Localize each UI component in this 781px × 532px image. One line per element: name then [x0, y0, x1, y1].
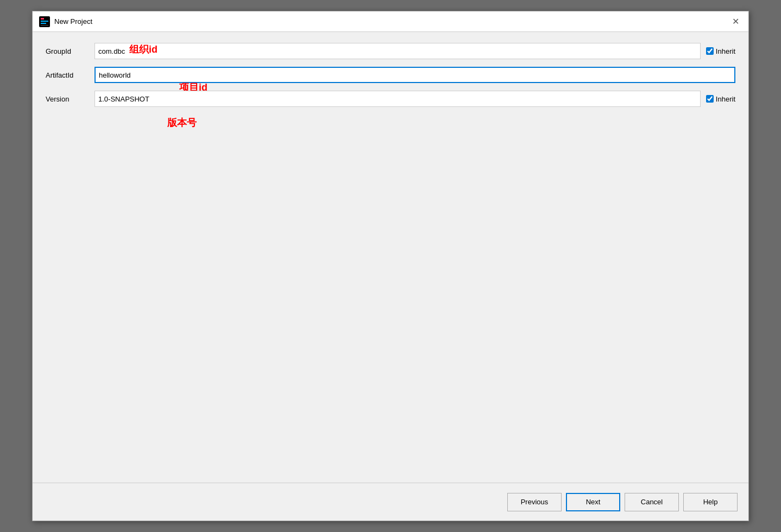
- version-inherit-checkbox[interactable]: [706, 95, 714, 103]
- previous-button[interactable]: Previous: [507, 493, 562, 511]
- groupid-row: GroupId Inherit: [46, 43, 735, 59]
- next-button[interactable]: Next: [566, 493, 620, 511]
- groupid-input[interactable]: [95, 43, 701, 59]
- version-inherit-wrapper: Inherit: [706, 95, 735, 103]
- artifactid-label: ArtifactId: [46, 71, 95, 79]
- artifactid-input-wrapper: [95, 67, 735, 83]
- content-area: GroupId Inherit 组织id ArtifactId 项目id Ver…: [33, 32, 748, 483]
- bottom-bar: Previous Next Cancel Help: [33, 483, 748, 521]
- help-button[interactable]: Help: [683, 493, 738, 511]
- groupid-inherit-label: Inherit: [716, 47, 735, 55]
- groupid-label: GroupId: [46, 47, 95, 55]
- dialog-title: New Project: [54, 17, 92, 26]
- svg-rect-3: [41, 23, 46, 24]
- title-bar: New Project ✕: [33, 11, 748, 32]
- version-row: Version Inherit: [46, 91, 735, 107]
- version-annotation: 版本号: [167, 116, 197, 129]
- artifactid-row: ArtifactId: [46, 67, 735, 83]
- app-icon: [39, 16, 50, 27]
- svg-rect-1: [41, 18, 44, 20]
- version-input-wrapper: [95, 91, 701, 107]
- groupid-inherit-checkbox[interactable]: [706, 47, 714, 55]
- close-button[interactable]: ✕: [729, 15, 742, 28]
- cancel-button[interactable]: Cancel: [625, 493, 679, 511]
- new-project-dialog: New Project ✕ GroupId Inherit 组织id Artif…: [32, 11, 749, 521]
- svg-rect-4: [41, 25, 48, 26]
- artifactid-input[interactable]: [95, 67, 735, 83]
- version-inherit-label: Inherit: [716, 95, 735, 103]
- version-label: Version: [46, 95, 95, 103]
- groupid-input-wrapper: [95, 43, 701, 59]
- title-bar-left: New Project: [39, 16, 92, 27]
- groupid-inherit-wrapper: Inherit: [706, 47, 735, 55]
- svg-rect-2: [41, 21, 48, 22]
- version-input[interactable]: [95, 91, 701, 107]
